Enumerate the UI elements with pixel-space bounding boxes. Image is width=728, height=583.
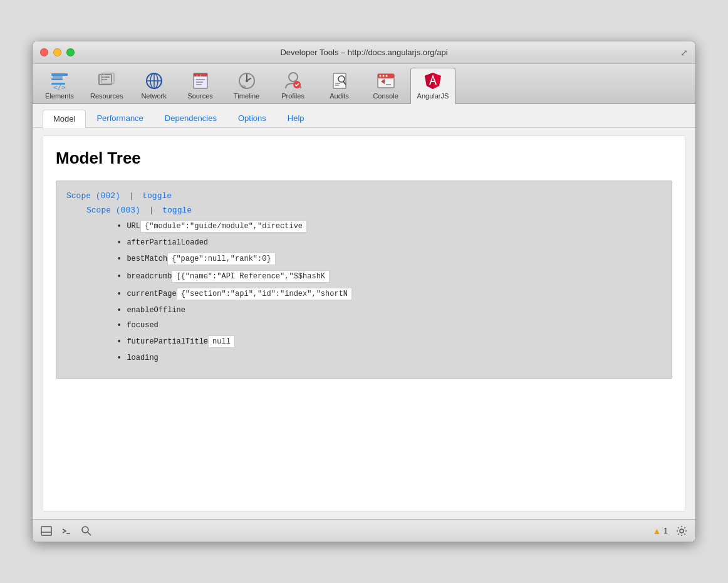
svg-rect-3 [53,76,63,78]
svg-text:</>: </> [53,83,66,91]
toolbar-network[interactable]: Network [132,68,176,103]
bottom-bar: ▲ 1 [33,519,695,542]
svg-text:{  }: { } [196,74,202,78]
expand-icon[interactable]: ⤢ [680,48,688,58]
toolbar-audits[interactable]: Audits [318,68,361,103]
warning-count: 1 [663,527,668,535]
sources-label: Sources [187,92,212,100]
toolbar: </> Elements Resources [33,64,695,104]
svg-point-23 [246,80,248,82]
futurepartialtitle-value-box[interactable]: null [208,335,235,348]
toolbar-elements[interactable]: </> Elements [38,68,81,103]
traffic-lights [40,48,75,56]
bestmatch-value-box[interactable]: {"page":null,"rank":0} [167,253,275,265]
scope-003-toggle[interactable]: toggle [162,206,192,215]
warning-badge: ▲ 1 [652,526,668,536]
search-icon[interactable] [80,525,93,537]
svg-point-25 [289,73,298,81]
timeline-icon: % [237,71,257,91]
svg-rect-43 [41,527,51,535]
console-icon [376,71,396,91]
console-label: Console [373,92,398,100]
tree-item-breadcrumb: • breadcrumb [{"name":"API Reference","$… [117,270,662,283]
network-icon [144,71,164,91]
svg-point-36 [379,75,381,77]
scope-002-link[interactable]: Scope (002) [66,191,120,201]
tree-item-bestmatch: • bestMatch {"page":null,"rank":0} [117,253,662,265]
profiles-label: Profiles [281,92,304,100]
scope-002-toggle[interactable]: toggle [142,191,172,201]
svg-point-38 [385,75,387,77]
console-prompt-icon[interactable] [60,525,73,537]
tree-items: • URL {"module":"guide/module","directiv… [117,220,662,363]
tree-item-enableoffline: • enableOffline [117,305,662,315]
tab-model[interactable]: Model [43,110,86,128]
toolbar-profiles[interactable]: Profiles [271,68,315,103]
tab-options[interactable]: Options [227,109,277,127]
titlebar: Developer Tools – http://docs.angularjs.… [33,41,695,64]
currentpage-value-box[interactable]: {"section":"api","id":"index","shortN [177,288,352,300]
svg-rect-1 [51,78,63,80]
scope-003-line: Scope (003) | toggle [86,206,662,215]
breadcrumb-value-box[interactable]: [{"name":"API Reference","$$hashK [172,270,330,283]
svg-line-47 [88,532,91,535]
svg-point-48 [680,529,684,533]
settings-icon[interactable] [675,525,688,537]
drawer-icon[interactable] [40,525,53,537]
svg-rect-0 [51,73,68,76]
maximize-button[interactable] [66,48,75,56]
angularjs-icon [423,71,443,91]
toolbar-timeline[interactable]: % Timeline [225,68,269,103]
angularjs-label: AngularJS [417,92,449,100]
network-label: Network [141,92,166,100]
tree-item-loading: • loading [117,353,662,363]
timeline-label: Timeline [234,92,259,100]
warning-icon: ▲ [652,526,661,536]
audits-icon [330,71,350,91]
tree-container: Scope (002) | toggle Scope (003) | toggl… [56,181,672,379]
tree-item-url: • URL {"module":"guide/module","directiv… [117,220,662,233]
page-title: Model Tree [56,149,672,168]
url-value-box[interactable]: {"module":"guide/module","directive [140,220,307,233]
scope-002-line: Scope (002) | toggle [66,191,662,201]
tree-item-focused: • focused [117,320,662,330]
svg-point-37 [382,75,384,77]
svg-text:%: % [242,85,246,89]
elements-icon: </> [49,71,70,91]
tabs-bar: Model Performance Dependencies Options H… [33,104,695,128]
svg-point-46 [82,527,88,533]
main-content: Model Tree Scope (002) | toggle Scope (0… [43,135,685,512]
toolbar-resources[interactable]: Resources [84,68,130,103]
content-area: Model Performance Dependencies Options H… [33,104,695,512]
tab-help[interactable]: Help [277,109,315,127]
toolbar-sources[interactable]: { } Sources [179,68,222,103]
sources-icon: { } [190,71,211,91]
profiles-icon [283,71,303,91]
elements-label: Elements [45,92,74,100]
tab-dependencies[interactable]: Dependencies [154,109,227,127]
audits-label: Audits [330,92,349,100]
resources-label: Resources [90,92,123,100]
svg-rect-6 [101,76,110,78]
devtools-window: Developer Tools – http://docs.angularjs.… [32,41,696,542]
toolbar-console[interactable]: Console [364,68,408,103]
tree-item-afterpartialloaded: • afterPartialLoaded [117,238,662,248]
minimize-button[interactable] [53,48,61,56]
scope-003-container: Scope (003) | toggle • URL {"module":"gu… [86,206,662,363]
tab-performance[interactable]: Performance [86,109,153,127]
scope-003-link[interactable]: Scope (003) [86,206,140,215]
window-title: Developer Tools – http://docs.angularjs.… [280,48,447,57]
tree-item-currentpage: • currentPage {"section":"api","id":"ind… [117,288,662,300]
resources-icon [96,71,117,91]
close-button[interactable] [40,48,48,56]
toolbar-angularjs[interactable]: AngularJS [410,68,456,104]
tree-item-futurepartialtitle: • futurePartialTitle null [117,335,662,348]
